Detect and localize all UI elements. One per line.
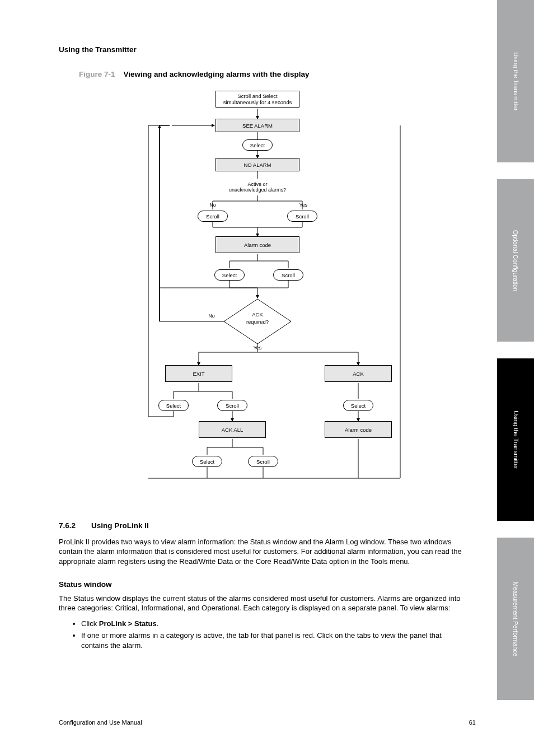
footer-page-number: 61 (469, 718, 476, 727)
section-762-heading: 7.6.2Using ProLink II (59, 521, 467, 531)
figure-title: Viewing and acknowledging alarms with th… (124, 70, 310, 78)
node-alarm-code: Alarm code (216, 236, 299, 253)
tab-gap-2 (497, 342, 534, 358)
tab-using-transmitter-active: Using the Transmitter (497, 358, 534, 521)
node-scroll-2: Scroll (273, 269, 303, 281)
tab-using-transmitter-top: Using the Transmitter (497, 0, 534, 162)
node-scroll-left: Scroll (198, 211, 228, 222)
status-step-2: If one or more alarms in a category is a… (81, 631, 467, 650)
status-window-steps: Click ProLink > Status. If one or more a… (81, 619, 467, 651)
node-scroll-5: Scroll (248, 456, 278, 467)
label-yes-2: Yes (249, 344, 266, 352)
label-no-2: No (203, 312, 220, 320)
node-select-3: Select (158, 400, 189, 411)
footer-left: Configuration and Use Manual (59, 719, 142, 726)
node-scroll-r1: Scroll (287, 211, 317, 222)
page-footer: Configuration and Use Manual 61 (59, 718, 476, 727)
tab-optional-configuration: Optional Configuration (497, 179, 534, 342)
node-alarm-code-2: Alarm code (325, 421, 392, 438)
figure-caption: Figure 7-1 Viewing and acknowledging ala… (79, 69, 467, 80)
node-ack-all: ACK ALL (199, 421, 266, 438)
tab-measurement-performance: Measurement Performance (497, 538, 534, 700)
side-tabs: Using the Transmitter Optional Configura… (497, 0, 534, 756)
section-762-title: Using ProLink II (91, 521, 149, 530)
section-762-p1: ProLink II provides two ways to view ala… (59, 537, 467, 567)
label-no-1: No (204, 201, 221, 209)
node-start: Scroll and Select simultaneously for 4 s… (216, 91, 299, 108)
node-see-alarm: SEE ALARM (216, 119, 299, 132)
tab-gap-3 (497, 521, 534, 538)
status-window-heading: Status window (59, 580, 467, 590)
section-762: 7.6.2Using ProLink II ProLink II provide… (59, 521, 467, 650)
flowchart: Scroll and Select simultaneously for 4 s… (120, 86, 434, 506)
section-762-p2: The Status window displays the current s… (59, 594, 467, 613)
running-head: Using the Transmitter (59, 45, 467, 55)
tab-gap-4 (497, 700, 534, 756)
node-ack: ACK (325, 365, 392, 382)
node-ack-question: ACK required? (235, 311, 280, 326)
figure-number: Figure 7-1 (79, 70, 115, 78)
node-exit: EXIT (165, 365, 232, 382)
status-step-1: Click ProLink > Status. (81, 619, 467, 629)
label-yes-1: Yes (295, 201, 312, 209)
node-scroll-3: Scroll (217, 400, 247, 411)
node-no-alarm: NO ALARM (216, 158, 299, 171)
node-alarms-question: Active or unacknowledged alarms? (218, 179, 297, 195)
tab-gap-1 (497, 162, 534, 179)
node-select-5: Select (192, 456, 222, 467)
node-select-4: Select (343, 400, 373, 411)
section-762-num: 7.6.2 (59, 521, 91, 531)
node-select-2: Select (214, 269, 245, 281)
node-select-1: Select (242, 139, 273, 151)
flowchart-connectors (120, 86, 434, 506)
